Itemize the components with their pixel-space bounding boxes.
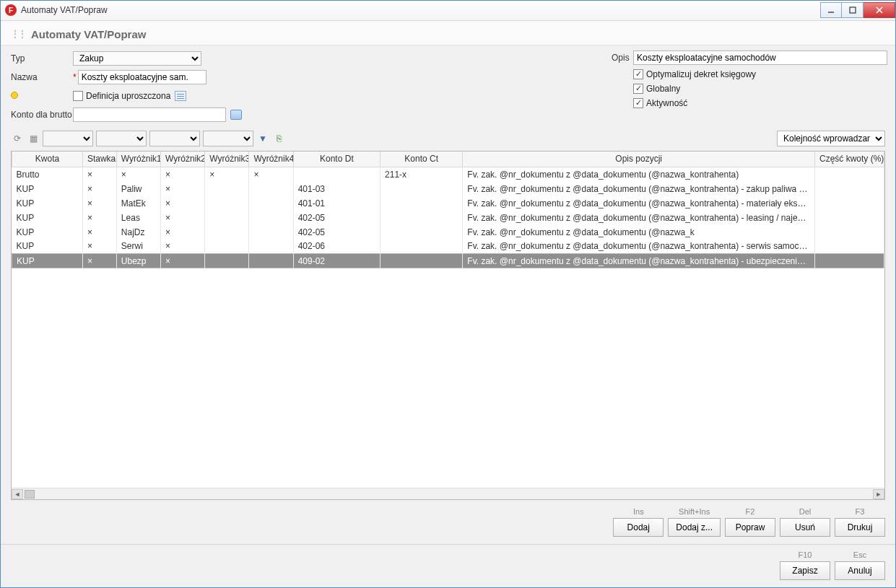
cell-opis[interactable]: Fv. zak. @nr_dokumentu z @data_dokumentu… [463,225,815,240]
cell-kwota[interactable]: KUP [12,196,83,211]
cell-ct[interactable] [380,196,463,211]
aktywnosc-checkbox[interactable] [633,98,643,108]
folder-icon[interactable] [230,110,242,120]
cell-stawka[interactable]: × [82,240,116,254]
zapisz-button[interactable]: Zapisz [780,561,830,580]
cell-w4[interactable] [249,254,293,268]
close-button[interactable] [864,2,895,18]
cell-dt[interactable]: 402-06 [293,240,380,254]
grid-icon[interactable]: ▦ [27,132,40,145]
cell-stawka[interactable]: × [82,254,116,268]
filter-select-4[interactable] [203,131,253,146]
cell-w3[interactable] [205,196,249,211]
table-row[interactable]: KUP×Ubezp×409-02Fv. zak. @nr_dokumentu z… [12,254,884,268]
cell-opis[interactable]: Fv. zak. @nr_dokumentu z @data_dokumentu… [463,167,815,182]
table-row[interactable]: KUP×NajDz×402-05Fv. zak. @nr_dokumentu z… [12,225,884,240]
cell-kwota[interactable]: KUP [12,182,83,196]
filter-select-1[interactable] [43,131,93,146]
scroll-right-icon[interactable]: ► [873,489,884,499]
cell-w3[interactable] [205,182,249,196]
cell-kwota[interactable]: KUP [12,211,83,225]
scroll-thumb[interactable] [25,490,35,499]
cell-opis[interactable]: Fv. zak. @nr_dokumentu z @data_dokumentu… [463,196,815,211]
cell-w2[interactable]: × [161,167,205,182]
table-row[interactable]: KUP×Paliw×401-03Fv. zak. @nr_dokumentu z… [12,182,884,196]
dodaj-button[interactable]: Dodaj [613,518,664,537]
cell-w4[interactable] [249,196,293,211]
cell-dt[interactable] [293,167,380,182]
cell-w2[interactable]: × [161,211,205,225]
opt-dekret-checkbox[interactable] [633,69,643,79]
cell-w2[interactable]: × [161,240,205,254]
funnel-icon[interactable]: ▼ [256,132,269,145]
cell-ct[interactable] [380,182,463,196]
cell-w4[interactable] [249,240,293,254]
table-row[interactable]: Brutto×××××211-xFv. zak. @nr_dokumentu z… [12,167,884,182]
col-w4[interactable]: Wyróżnik4 [249,152,293,167]
cell-czesc[interactable] [815,167,884,182]
cell-stawka[interactable]: × [82,167,116,182]
cell-dt[interactable]: 401-01 [293,196,380,211]
maximize-button[interactable] [842,2,864,18]
cell-stawka[interactable]: × [82,225,116,240]
col-w3[interactable]: Wyróżnik3 [205,152,249,167]
cell-w4[interactable]: × [249,167,293,182]
cell-czesc[interactable] [815,240,884,254]
refresh-icon[interactable]: ⟳ [11,132,24,145]
cell-stawka[interactable]: × [82,182,116,196]
col-ct[interactable]: Konto Ct [380,152,463,167]
cell-w3[interactable] [205,225,249,240]
table-row[interactable]: KUP×Serwi×402-06Fv. zak. @nr_dokumentu z… [12,240,884,254]
cell-dt[interactable]: 409-02 [293,254,380,268]
cell-czesc[interactable] [815,211,884,225]
drukuj-button[interactable]: Drukuj [835,518,885,537]
cell-czesc[interactable] [815,254,884,268]
horizontal-scrollbar[interactable]: ◄ ► [12,488,884,499]
col-stawka[interactable]: Stawka [82,152,116,167]
cell-czesc[interactable] [815,225,884,240]
table-row[interactable]: KUP×MatEk×401-01Fv. zak. @nr_dokumentu z… [12,196,884,211]
export-icon[interactable]: ⎘ [272,132,285,145]
cell-w4[interactable] [249,225,293,240]
cell-kwota[interactable]: KUP [12,254,83,268]
nazwa-input[interactable] [78,70,206,84]
filter-select-3[interactable] [149,131,200,146]
sort-select[interactable]: Kolejność wprowadzania [777,131,885,146]
popraw-button[interactable]: Popraw [725,518,775,537]
col-kwota[interactable]: Kwota [12,152,83,167]
col-opis[interactable]: Opis pozycji [463,152,815,167]
cell-w2[interactable]: × [161,196,205,211]
col-czesc[interactable]: Część kwoty (%) [815,152,884,167]
cell-opis[interactable]: Fv. zak. @nr_dokumentu z @data_dokumentu… [463,254,815,268]
cell-opis[interactable]: Fv. zak. @nr_dokumentu z @data_dokumentu… [463,182,815,196]
cell-w1[interactable]: Paliw [116,182,160,196]
opis-input[interactable] [633,51,887,65]
cell-kwota[interactable]: KUP [12,240,83,254]
filter-select-2[interactable] [96,131,147,146]
cell-w1[interactable]: NajDz [116,225,160,240]
cell-czesc[interactable] [815,196,884,211]
cell-w1[interactable]: Ubezp [116,254,160,268]
konto-brutto-input[interactable] [73,107,226,122]
cell-dt[interactable]: 401-03 [293,182,380,196]
cell-ct[interactable] [380,240,463,254]
cell-ct[interactable] [380,211,463,225]
cell-kwota[interactable]: Brutto [12,167,83,182]
typ-select[interactable]: Zakup [73,51,201,66]
cell-w3[interactable] [205,211,249,225]
cell-w2[interactable]: × [161,254,205,268]
cell-w3[interactable]: × [205,167,249,182]
col-w2[interactable]: Wyróżnik2 [161,152,205,167]
cell-stawka[interactable]: × [82,211,116,225]
cell-stawka[interactable]: × [82,196,116,211]
col-w1[interactable]: Wyróżnik1 [116,152,160,167]
table-row[interactable]: KUP×Leas×402-05Fv. zak. @nr_dokumentu z … [12,211,884,225]
cell-opis[interactable]: Fv. zak. @nr_dokumentu z @data_dokumentu… [463,240,815,254]
cell-ct[interactable] [380,225,463,240]
cell-w1[interactable]: MatEk [116,196,160,211]
cell-dt[interactable]: 402-05 [293,211,380,225]
scroll-left-icon[interactable]: ◄ [12,489,23,499]
cell-ct[interactable]: 211-x [380,167,463,182]
cell-kwota[interactable]: KUP [12,225,83,240]
cell-opis[interactable]: Fv. zak. @nr_dokumentu z @data_dokumentu… [463,211,815,225]
